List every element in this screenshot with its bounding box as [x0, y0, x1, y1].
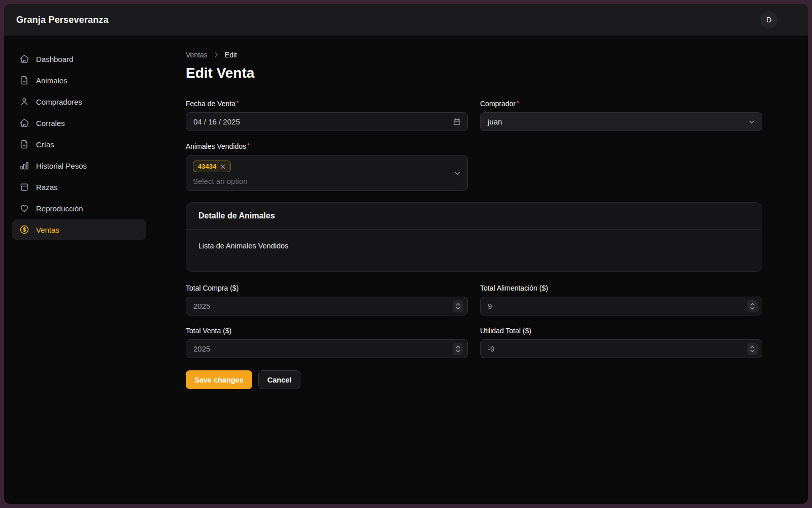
user-avatar[interactable]: D — [760, 11, 777, 28]
dollar-circle-icon — [19, 225, 29, 235]
sidebar-item-compradores[interactable]: Compradores — [12, 91, 146, 112]
breadcrumb-ventas-link[interactable]: Ventas — [186, 51, 208, 59]
archive-icon — [19, 182, 29, 192]
calendar-icon[interactable] — [453, 117, 461, 126]
detalle-animales-card: Detalle de Animales Lista de Animales Ve… — [186, 202, 762, 272]
home-icon — [19, 118, 29, 128]
number-stepper[interactable] — [453, 343, 463, 355]
card-body: Lista de Animales Vendidos — [186, 230, 762, 271]
total-compra-label: Total Compra ($) — [186, 284, 468, 292]
app-title: Granja Perseveranza — [16, 15, 109, 25]
sidebar: Dashboard Animales Compradores Corrales … — [4, 36, 156, 504]
animales-vendidos-multiselect[interactable]: 43434 Select an option — [186, 155, 468, 191]
sidebar-item-label: Crías — [36, 140, 54, 149]
utilidad-total-input[interactable] — [488, 344, 755, 353]
utilidad-total-control — [480, 339, 762, 358]
remove-tag-icon[interactable] — [220, 164, 226, 170]
chevron-down-icon — [748, 118, 756, 126]
chevron-down-icon — [453, 169, 461, 177]
card-body-text: Lista de Animales Vendidos — [198, 242, 288, 250]
cancel-button[interactable]: Cancel — [258, 370, 301, 389]
top-bar: Granja Perseveranza D — [4, 4, 808, 36]
total-alimentacion-field: Total Alimentación ($) — [480, 284, 762, 315]
total-venta-label: Total Venta ($) — [186, 327, 468, 335]
bar-chart-icon — [19, 161, 29, 171]
sidebar-item-ventas[interactable]: Ventas — [12, 219, 146, 240]
total-alimentacion-control — [480, 297, 762, 315]
file-icon — [19, 139, 29, 149]
sidebar-item-label: Dashboard — [36, 55, 73, 64]
fecha-venta-control — [186, 112, 468, 131]
comprador-select[interactable]: juan — [480, 112, 762, 131]
sidebar-item-historial-pesos[interactable]: Historial Pesos — [12, 155, 146, 176]
main-content: Ventas Edit Edit Venta Fecha de Venta* — [156, 36, 808, 504]
sidebar-item-label: Compradores — [36, 98, 82, 106]
comprador-field: Comprador* juan — [480, 100, 762, 131]
total-venta-input[interactable] — [193, 344, 460, 353]
utilidad-total-field: Utilidad Total ($) — [480, 327, 762, 358]
animales-vendidos-field: Animales Vendidos* 43434 Select an optio… — [186, 142, 468, 191]
chevron-right-icon — [213, 51, 220, 58]
required-marker: * — [236, 100, 239, 107]
fecha-venta-input[interactable] — [193, 117, 460, 126]
sidebar-item-dashboard[interactable]: Dashboard — [12, 49, 146, 69]
utilidad-total-label: Utilidad Total ($) — [480, 327, 762, 335]
file-icon — [19, 75, 29, 85]
number-stepper[interactable] — [747, 300, 758, 312]
sidebar-item-label: Reproducción — [36, 204, 83, 213]
total-venta-control — [186, 339, 468, 358]
save-button[interactable]: Save changes — [186, 370, 252, 389]
user-icon — [19, 97, 29, 107]
total-venta-field: Total Venta ($) — [186, 327, 468, 358]
comprador-selected-value: juan — [488, 117, 502, 126]
fecha-venta-label: Fecha de Venta* — [186, 100, 468, 108]
fecha-venta-field: Fecha de Venta* — [186, 100, 468, 131]
number-stepper[interactable] — [453, 300, 463, 312]
card-title: Detalle de Animales — [198, 211, 750, 220]
animales-vendidos-label: Animales Vendidos* — [186, 142, 468, 150]
form-actions: Save changes Cancel — [186, 370, 762, 389]
breadcrumb-current: Edit — [225, 51, 237, 59]
selected-animal-tag: 43434 — [193, 161, 231, 172]
sidebar-item-label: Razas — [36, 183, 58, 192]
total-alimentacion-input[interactable] — [488, 302, 755, 310]
sidebar-item-label: Animales — [36, 76, 67, 85]
sidebar-item-animales[interactable]: Animales — [12, 70, 146, 90]
sidebar-item-reproduccion[interactable]: Reproducción — [12, 198, 146, 218]
breadcrumb: Ventas Edit — [186, 51, 808, 59]
heart-icon — [19, 203, 29, 213]
sidebar-item-razas[interactable]: Razas — [12, 177, 146, 197]
sidebar-item-corrales[interactable]: Corrales — [12, 113, 146, 133]
page-title: Edit Venta — [186, 65, 808, 81]
app-window: Granja Perseveranza D Dashboard Animales… — [4, 4, 808, 504]
comprador-label: Comprador* — [480, 100, 762, 108]
edit-venta-form: Fecha de Venta* Comprador* juan — [186, 100, 762, 389]
sidebar-item-label: Historial Pesos — [36, 162, 87, 170]
tag-label: 43434 — [198, 163, 216, 170]
sidebar-item-crias[interactable]: Crías — [12, 134, 146, 154]
number-stepper[interactable] — [747, 343, 758, 355]
required-marker: * — [517, 100, 519, 107]
total-compra-control — [186, 297, 468, 315]
sidebar-item-label: Ventas — [36, 226, 59, 234]
home-icon — [19, 54, 29, 64]
required-marker: * — [247, 142, 250, 149]
card-header: Detalle de Animales — [186, 203, 762, 230]
total-compra-input[interactable] — [193, 302, 460, 310]
total-alimentacion-label: Total Alimentación ($) — [480, 284, 762, 292]
multiselect-placeholder: Select an option — [193, 177, 447, 185]
total-compra-field: Total Compra ($) — [186, 284, 468, 315]
sidebar-item-label: Corrales — [36, 119, 65, 128]
